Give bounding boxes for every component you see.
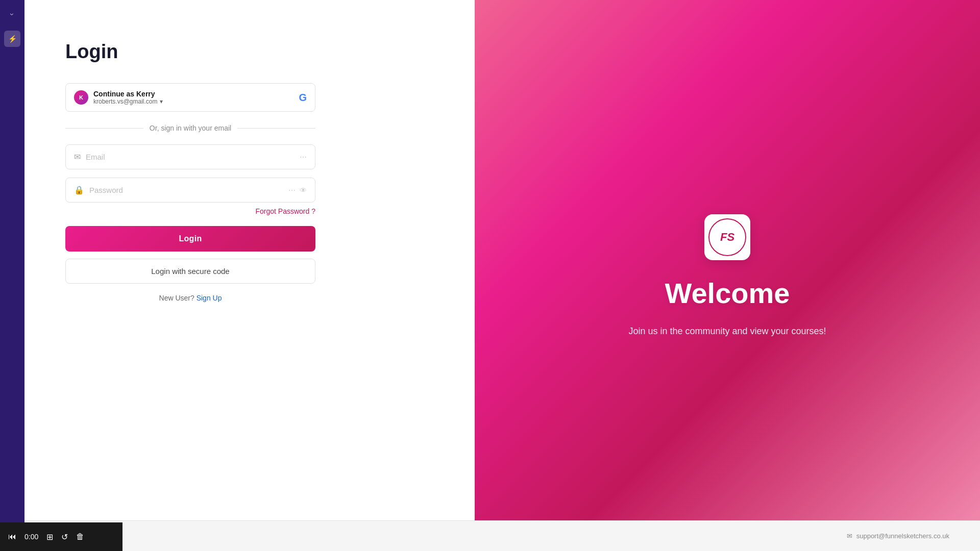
main-container: Login K Continue as Kerry kroberts.vs@gm… — [24, 0, 980, 551]
google-continue-button[interactable]: K Continue as Kerry kroberts.vs@gmail.co… — [65, 83, 315, 112]
sidebar-lightning-icon[interactable]: ⚡ — [4, 31, 20, 47]
google-icon: G — [299, 92, 307, 104]
brand-logo: FS — [704, 214, 750, 260]
footer: © 2024 ✉ support@funnelsketchers.co.uk — [24, 520, 980, 551]
google-account-email: kroberts.vs@gmail.com ▾ — [93, 98, 163, 105]
sidebar-chevron-icon[interactable]: › — [4, 6, 20, 22]
google-continue-name: Continue as Kerry — [93, 90, 155, 98]
right-panel: FS Welcome Join us in the community and … — [475, 0, 980, 551]
email-input-group: ✉ ⋯ — [65, 144, 315, 169]
password-action-icon[interactable]: ⋯ — [288, 186, 296, 194]
delete-icon[interactable]: 🗑 — [76, 532, 84, 541]
email-field[interactable] — [86, 153, 295, 161]
welcome-subtitle: Join us in the community and view your c… — [628, 326, 826, 337]
media-time: 0:00 — [24, 533, 38, 541]
forgot-password-container: Forgot Password ? — [65, 207, 315, 216]
new-user-text: New User? — [159, 294, 194, 302]
secure-code-button[interactable]: Login with secure code — [65, 259, 315, 284]
login-button[interactable]: Login — [65, 226, 315, 252]
forgot-password-link[interactable]: Forgot Password ? — [256, 207, 316, 215]
email-icon: ✉ — [74, 152, 81, 162]
grid-icon[interactable]: ⊞ — [46, 532, 53, 542]
login-section: Login K Continue as Kerry kroberts.vs@gm… — [24, 0, 475, 551]
email-action-icon[interactable]: ⋯ — [300, 153, 307, 161]
signup-link[interactable]: Sign Up — [197, 294, 222, 302]
password-field[interactable] — [89, 186, 283, 194]
divider-text: Or, sign in with your email — [65, 124, 315, 132]
support-container: ✉ support@funnelsketchers.co.uk — [847, 532, 949, 540]
password-input-group: 🔒 ⋯ 👁 — [65, 178, 315, 203]
rewind-button[interactable]: ⏮ — [8, 532, 16, 541]
avatar: K — [74, 90, 88, 105]
lock-icon: 🔒 — [74, 185, 84, 195]
sidebar: › ⚡ — [0, 0, 24, 551]
refresh-icon[interactable]: ↺ — [61, 532, 68, 542]
media-controls: ⏮ 0:00 ⊞ ↺ 🗑 — [0, 522, 122, 551]
form-wrapper: K Continue as Kerry kroberts.vs@gmail.co… — [65, 83, 315, 302]
signup-container: New User? Sign Up — [65, 294, 315, 302]
email-icon-footer: ✉ — [847, 532, 852, 540]
page-title: Login — [65, 41, 118, 63]
support-email: support@funnelsketchers.co.uk — [856, 532, 949, 540]
welcome-title: Welcome — [665, 277, 790, 310]
brand-logo-text: FS — [708, 218, 746, 256]
eye-icon[interactable]: 👁 — [300, 186, 307, 194]
